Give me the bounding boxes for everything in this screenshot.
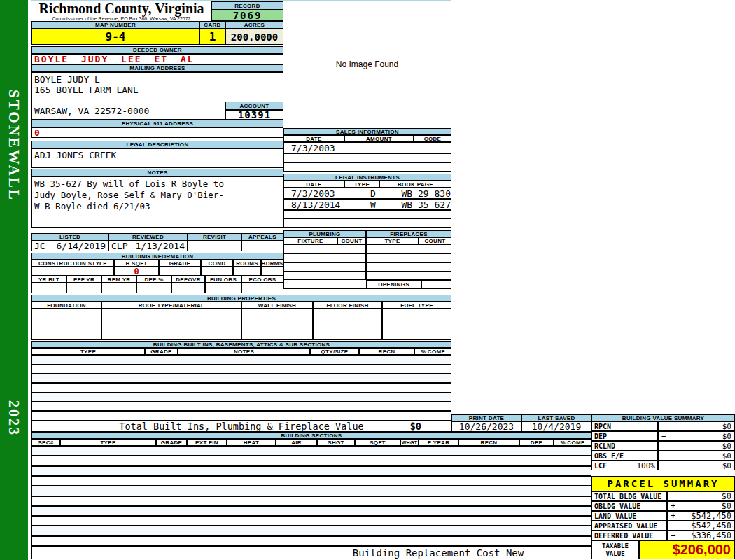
plumbing-col-fixture: FIXTURE	[284, 237, 337, 244]
bvs-lcf-pct: 100%	[637, 461, 656, 470]
built-ins-empty-row	[31, 383, 451, 393]
ps-value-deferred: − $336,450	[667, 531, 735, 540]
county-title: Richmond County, Virginia	[31, 1, 211, 16]
col-depovr: DEPOVR	[172, 276, 205, 283]
fireplaces-empty-row	[366, 272, 451, 280]
col-eff-yr: EFF YR	[66, 276, 102, 283]
sections-empty-row	[31, 526, 592, 536]
col-grade: GRADE	[159, 260, 201, 267]
notes-box: WB 35-627 By will of Lois R Boyle to Jud…	[31, 176, 284, 227]
reviewed-label: REVIEWED	[108, 233, 188, 241]
col-yr-blt: YR BLT	[31, 276, 66, 283]
col-wall-finish: WALL FINISH	[241, 302, 313, 309]
record-label: RECORD	[211, 1, 284, 10]
bvs-label-text: RPCN	[594, 423, 611, 430]
fireplaces-empty-row	[366, 253, 451, 262]
bvs-value: $0	[722, 432, 732, 441]
physical-911-address-label: PHYSICAL 911 ADDRESS	[31, 120, 284, 127]
sales-row: 7/3/2003	[284, 142, 451, 153]
instrument-date: 8/13/2014	[284, 200, 357, 210]
instrument-type: W	[357, 200, 388, 210]
ps-label-text: TOTAL BLDG VALUE	[594, 493, 662, 500]
reviewed-by: CLP	[111, 241, 127, 251]
h-sqft-value: 0	[114, 267, 159, 276]
instrument-bookpage: WB 35 627	[389, 200, 451, 210]
mailing-line-1: BOYLE JUDY L	[32, 74, 283, 85]
bvs-value: $0	[722, 422, 732, 431]
sales-empty-row	[284, 162, 451, 172]
construction-style-value	[31, 267, 114, 276]
bvs-label-rclnd: RCLND	[592, 441, 658, 451]
office-address: Commissioner of the Revenue, PO Box 366,…	[31, 16, 211, 21]
built-ins-empty-row	[31, 355, 451, 365]
col-shgt: SHGT	[317, 439, 355, 446]
instrument-date: 7/3/2003	[284, 188, 357, 199]
sales-col-date: DATE	[284, 135, 344, 142]
listed-label: LISTED	[31, 233, 108, 241]
mailing-line-2: 165 BOYLE FARM LANE	[32, 85, 283, 95]
dep-pct-value	[136, 283, 172, 293]
bvs-label-text: RCLND	[594, 442, 615, 450]
sidebar: STONEWALL 2023	[0, 0, 28, 560]
ps-label-total-bldg: TOTAL BLDG VALUE	[592, 491, 667, 501]
sections-empty-row	[31, 496, 592, 506]
built-ins-title: BUILDING BUILT INS, BASEMENTS, ATTICS & …	[31, 341, 451, 348]
ps-value: $0	[722, 501, 732, 511]
col-h-sqft: H SQFT	[114, 260, 159, 267]
eco-obs-value	[241, 283, 284, 293]
sections-empty-row	[31, 486, 592, 496]
sales-col-code: CODE	[414, 135, 451, 142]
col-comp: % COMP	[414, 348, 451, 355]
legal-empty-row	[284, 218, 451, 227]
legal-empty-row	[284, 210, 451, 218]
card-label: CARD	[200, 21, 225, 29]
property-image-panel: No Image Found	[283, 1, 451, 127]
legal-col-date: DATE	[284, 181, 344, 188]
sections-empty-row	[31, 476, 592, 486]
plumbing-empty-row	[284, 262, 366, 272]
ps-value-land: + $542,450	[667, 511, 735, 521]
eff-yr-value	[66, 283, 102, 293]
col-rpcn: RPCN	[359, 348, 414, 355]
built-ins-total-label: Total Built Ins, Plumbing & Fireplace Va…	[119, 421, 364, 432]
built-ins-empty-row	[31, 374, 451, 383]
listed-by: JC	[34, 241, 46, 251]
bvs-op: −	[662, 451, 666, 461]
deeded-owner-label: DEEDED OWNER	[31, 46, 284, 54]
col-dep: DEP	[519, 439, 554, 446]
built-ins-total-row: Total Built Ins, Plumbing & Fireplace Va…	[31, 421, 451, 432]
sections-empty-row	[31, 536, 592, 546]
sections-empty-row	[31, 466, 592, 476]
ps-label-deferred: DEFERRED VALUE	[592, 531, 667, 540]
ps-op: +	[671, 511, 676, 521]
parcel-summary-title: PARCEL SUMMARY	[592, 476, 735, 491]
col-rooms: ROOMS	[233, 260, 261, 267]
sections-empty-row	[31, 506, 592, 516]
openings-count-cell	[421, 280, 451, 289]
ps-value-obldg: + $0	[667, 501, 735, 511]
col-rem-yr: REM YR	[102, 276, 136, 283]
physical-911-address-value: 0	[31, 127, 284, 138]
bvs-label-text: LCF	[594, 462, 607, 470]
bvs-label-lcf: LCF 100%	[592, 461, 658, 470]
bvs-label-text: OBS F/E	[594, 452, 624, 460]
building-value-summary-title: BUILDING VALUE SUMMARY	[592, 414, 735, 421]
fireplaces-empty-row	[366, 244, 451, 253]
no-image-message: No Image Found	[336, 59, 398, 69]
yr-blt-value	[31, 283, 66, 293]
bvs-label-dep: DEP	[592, 431, 658, 441]
sections-empty-row	[31, 516, 592, 526]
built-ins-empty-row	[31, 393, 451, 402]
col-bdrms: BDRMS	[261, 260, 284, 267]
col-sqft: SQFT	[355, 439, 400, 446]
legal-instrument-row: 8/13/2014 W WB 35 627	[284, 199, 451, 210]
building-properties-title: BUILDING PROPERTIES	[31, 295, 451, 302]
listed-value: JC 6/14/2019	[31, 241, 108, 251]
built-ins-empty-row	[31, 402, 451, 411]
built-ins-total-value: $0	[410, 421, 421, 432]
col-grade: GRADE	[145, 348, 178, 355]
col-qty-size: QTY/SIZE	[310, 348, 359, 355]
sales-information-title: SALES INFORMATION	[284, 128, 451, 135]
ps-value: $542,450	[691, 521, 732, 531]
notes-line-3: W B Boyle died 6/21/03	[32, 201, 283, 211]
